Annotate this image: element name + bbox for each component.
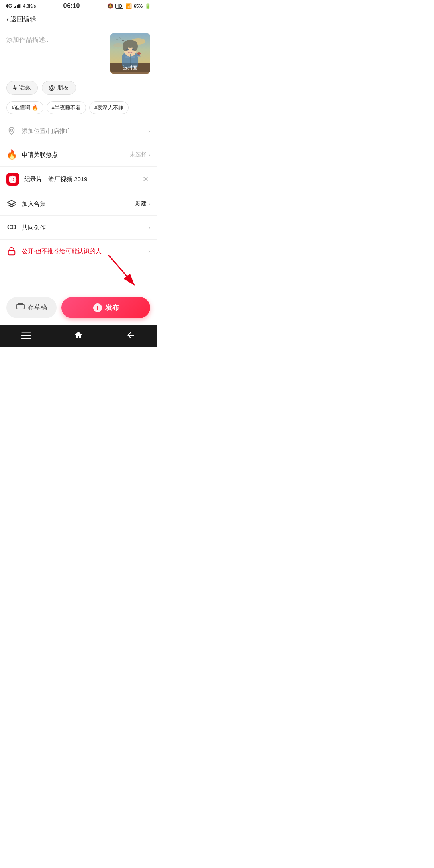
svg-rect-22 <box>8 251 15 255</box>
hotpoint-status: 未选择 <box>130 151 147 158</box>
status-bar: 4G 4.3K/s 06:10 🔕 HD 📶 65% 🔋 <box>0 0 157 11</box>
publish-button[interactable]: 发布 <box>61 297 150 318</box>
svg-point-10 <box>132 49 134 51</box>
svg-point-9 <box>126 49 129 51</box>
hashtag-chip-2[interactable]: #夜深人不静 <box>89 101 129 114</box>
svg-rect-17 <box>131 56 135 58</box>
svg-point-14 <box>137 56 141 57</box>
hashtag-row: #谁懂啊 🔥 #半夜睡不着 #夜深人不静 <box>0 99 157 119</box>
nav-back-icon[interactable] <box>126 330 135 340</box>
wifi-icon: 📶 <box>125 3 132 9</box>
header: ‹ 返回编辑 <box>0 11 157 28</box>
hotpoint-value: 未选择 › <box>130 151 150 158</box>
battery-icon: 🔋 <box>145 3 151 9</box>
mention-button[interactable]: @ 朋友 <box>42 81 76 95</box>
documentary-row[interactable]: 纪录片｜箭厂视频 2019 ✕ <box>0 167 157 192</box>
privacy-icon <box>6 246 17 256</box>
documentary-icon <box>6 173 19 186</box>
hashtag-chip-label-0: #谁懂啊 🔥 <box>12 104 38 111</box>
tag-row: # 话题 @ 朋友 <box>0 78 157 99</box>
cover-label[interactable]: 选封面 <box>110 63 150 72</box>
hotpoint-icon: 🔥 <box>6 149 17 160</box>
cocreate-icon: CO <box>6 222 17 233</box>
cocreate-chevron: › <box>148 224 150 231</box>
collection-icon <box>6 199 17 209</box>
back-arrow-icon: ‹ <box>6 15 9 24</box>
privacy-chevron-icon: › <box>148 248 150 254</box>
hd-label: HD <box>115 4 123 9</box>
hotpoint-row[interactable]: 🔥 申请关联热点 未选择 › <box>0 143 157 167</box>
svg-point-18 <box>10 129 13 131</box>
hashtag-icon: # <box>13 84 17 92</box>
publish-upload-icon <box>93 303 102 312</box>
back-label: 返回编辑 <box>10 15 36 24</box>
draft-button[interactable]: 存草稿 <box>6 297 57 318</box>
hotpoint-label: 申请关联热点 <box>22 151 125 159</box>
svg-rect-29 <box>21 338 31 339</box>
publish-label: 发布 <box>105 303 119 312</box>
location-icon <box>6 126 17 136</box>
hashtag-label: 话题 <box>19 84 31 92</box>
privacy-chevron: › <box>148 248 150 254</box>
status-right: 🔕 HD 📶 65% 🔋 <box>107 3 151 9</box>
hashtag-chip-label-2: #夜深人不静 <box>94 104 123 111</box>
description-input[interactable]: 添加作品描述.. <box>6 33 106 45</box>
cocreate-chevron-icon: › <box>148 224 150 231</box>
red-arrow-svg <box>96 251 145 291</box>
back-button[interactable]: ‹ 返回编辑 <box>6 15 36 24</box>
collection-label: 加入合集 <box>22 200 131 208</box>
location-placeholder: 添加位置/门店推广 <box>22 127 143 135</box>
battery-label: 65% <box>134 4 143 8</box>
collection-value: 新建 › <box>135 200 150 207</box>
nav-bar <box>0 325 157 347</box>
status-time: 06:10 <box>63 2 80 10</box>
draft-icon <box>16 303 25 312</box>
cocreate-label: 共同创作 <box>22 224 143 231</box>
hotpoint-chevron-icon: › <box>148 151 150 158</box>
signal-bars <box>14 4 21 8</box>
collection-new-label: 新建 <box>135 200 147 207</box>
description-area: 添加作品描述.. <box>0 28 157 78</box>
action-bar: 存草稿 发布 <box>0 291 157 325</box>
hashtag-chip-label-1: #半夜睡不着 <box>52 104 81 111</box>
status-left: 4G 4.3K/s <box>6 3 36 9</box>
mention-icon: @ <box>49 84 55 92</box>
location-row[interactable]: 添加位置/门店推广 › <box>0 119 157 143</box>
draft-label: 存草稿 <box>28 303 47 312</box>
svg-rect-28 <box>21 335 31 336</box>
chevron-icon: › <box>148 128 150 134</box>
nav-menu-icon[interactable] <box>21 332 31 339</box>
svg-point-2 <box>113 43 123 47</box>
mention-label: 朋友 <box>57 84 69 92</box>
documentary-label: 纪录片｜箭厂视频 2019 <box>24 176 136 183</box>
collection-chevron-icon: › <box>148 201 150 207</box>
mute-icon: 🔕 <box>107 3 113 9</box>
nav-home-icon[interactable] <box>74 330 83 340</box>
svg-line-24 <box>108 255 135 285</box>
svg-rect-27 <box>21 332 31 333</box>
collection-row[interactable]: 加入合集 新建 › <box>0 192 157 216</box>
hashtag-chip-0[interactable]: #谁懂啊 🔥 <box>6 101 43 114</box>
hashtag-button[interactable]: # 话题 <box>6 81 38 95</box>
hashtag-chip-1[interactable]: #半夜睡不着 <box>47 101 86 114</box>
network-label: 4G <box>6 3 12 9</box>
speed-label: 4.3K/s <box>23 4 36 8</box>
cover-thumbnail[interactable]: 选封面 <box>110 33 150 74</box>
documentary-close-button[interactable]: ✕ <box>141 173 150 185</box>
arrow-annotation <box>0 263 157 291</box>
svg-rect-16 <box>125 56 129 58</box>
cocreate-row[interactable]: CO 共同创作 › <box>0 216 157 240</box>
location-chevron: › <box>148 128 150 134</box>
